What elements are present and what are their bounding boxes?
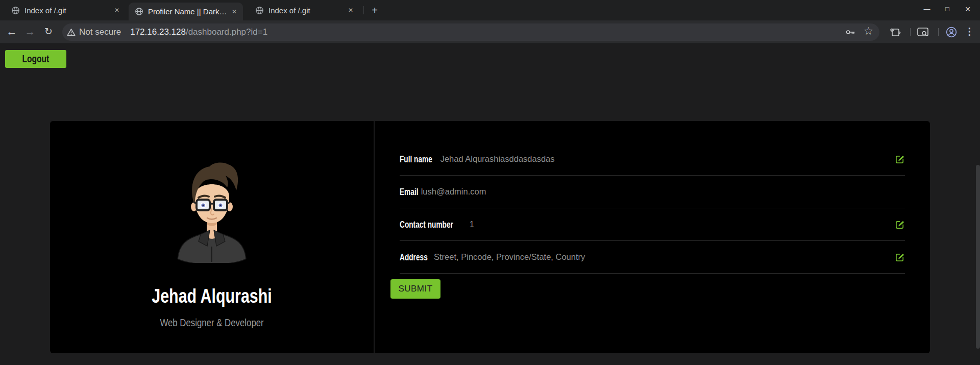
globe-favicon-icon — [11, 6, 20, 15]
edit-icon[interactable] — [895, 154, 905, 164]
toolbar-separator — [938, 28, 939, 36]
address-bar[interactable]: Not secure 172.16.23.128/dashboard.php?i… — [62, 23, 879, 41]
forward-button[interactable]: → — [22, 25, 38, 40]
field-label: Contact number — [400, 219, 453, 230]
tab-strip: Index of /.git ✕ Profiler Name || DarkHo… — [0, 0, 980, 20]
field-label: Full name — [400, 154, 432, 165]
tab-profiler-darkhole[interactable]: Profiler Name || DarkHole ✕ — [129, 3, 243, 20]
full-name-field[interactable]: Jehad Alqurashiasddasdasdas — [440, 154, 555, 164]
tab-title: Profiler Name || DarkHole — [148, 7, 228, 16]
extensions-icon[interactable] — [890, 27, 901, 38]
globe-favicon-icon — [135, 7, 143, 16]
tab-title: Index of /.git — [24, 6, 110, 15]
email-field[interactable]: lush@admin.com — [421, 187, 486, 197]
form-row-address: Address Street, Pincode, Province/State,… — [400, 241, 905, 274]
window-close-button[interactable]: ✕ — [960, 4, 975, 15]
profile-avatar-icon[interactable] — [945, 26, 958, 38]
field-label: Email — [400, 186, 419, 198]
edit-icon[interactable] — [895, 220, 905, 229]
tab-separator — [363, 6, 364, 14]
back-button[interactable]: ← — [4, 25, 19, 40]
address-field[interactable]: Street, Pincode, Province/State, Country — [434, 252, 585, 262]
menu-dots-icon[interactable]: ⋮ — [965, 26, 974, 37]
field-label: Address — [400, 252, 428, 263]
tab-close-icon[interactable]: ✕ — [114, 7, 119, 14]
scrollbar-thumb[interactable] — [976, 165, 980, 349]
profile-avatar-image — [176, 161, 248, 263]
bookmark-star-icon[interactable]: ☆ — [864, 25, 873, 37]
contact-number-field[interactable]: 1 — [470, 220, 474, 229]
tab-title: Index of /.git — [268, 6, 344, 15]
password-key-icon[interactable] — [845, 27, 856, 37]
security-label[interactable]: Not secure — [79, 27, 121, 37]
profile-name: Jehad Alqurashi — [50, 285, 374, 307]
url-path[interactable]: /dashboard.php?id=1 — [186, 27, 267, 37]
form-row-full-name: Full name Jehad Alqurashiasddasdasdas — [400, 143, 905, 176]
not-secure-warning-icon — [67, 28, 76, 36]
tab-close-icon[interactable]: ✕ — [348, 7, 353, 14]
tab-index-git-1[interactable]: Index of /.git ✕ — [6, 0, 126, 20]
toolbar-separator — [910, 28, 911, 36]
submit-button[interactable]: SUBMIT — [390, 279, 440, 299]
new-tab-button[interactable]: + — [369, 4, 381, 16]
profile-form: Full name Jehad Alqurashiasddasdasdas Em… — [400, 143, 905, 274]
logout-label: Logout — [22, 53, 50, 65]
logout-button[interactable]: Logout — [5, 50, 66, 68]
tab-index-git-2[interactable]: Index of /.git ✕ — [250, 0, 359, 20]
edit-icon[interactable] — [895, 252, 905, 262]
reload-button[interactable]: ↻ — [41, 25, 56, 40]
window-maximize-button[interactable]: □ — [940, 4, 955, 15]
side-panel-search-icon[interactable] — [917, 27, 929, 37]
profile-role: Web Designer & Developer — [50, 317, 374, 329]
form-row-contact-number: Contact number 1 — [400, 208, 905, 241]
tab-close-icon[interactable]: ✕ — [232, 8, 237, 15]
globe-favicon-icon — [255, 6, 264, 15]
url-host[interactable]: 172.16.23.128 — [130, 27, 186, 37]
window-minimize-button[interactable]: — — [919, 4, 935, 15]
form-row-email: Email lush@admin.com — [400, 176, 905, 208]
